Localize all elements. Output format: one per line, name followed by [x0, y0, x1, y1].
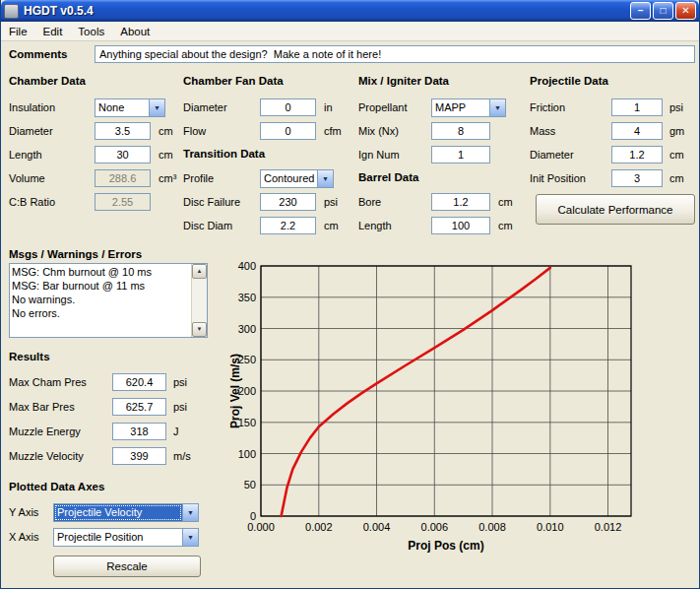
profile-value: Contoured — [261, 170, 317, 187]
ign-num-input[interactable] — [431, 146, 490, 164]
unit-label: cm — [498, 220, 513, 231]
svg-text:0.000: 0.000 — [247, 521, 275, 533]
svg-text:0.006: 0.006 — [421, 521, 449, 533]
comments-input[interactable] — [95, 45, 695, 63]
list-item[interactable]: No errors. — [12, 306, 191, 320]
x-axis-label: X Axis — [9, 531, 39, 543]
unit-label: J — [173, 425, 179, 437]
list-item[interactable]: MSG: Chm burnout @ 10 ms — [12, 265, 191, 279]
projectile-diameter-input[interactable] — [611, 146, 663, 164]
window-title: HGDT v0.5.4 — [24, 4, 628, 18]
chevron-down-icon[interactable]: ▼ — [149, 99, 164, 116]
barrel-data-header: Barrel Data — [358, 171, 418, 183]
unit-label: in — [324, 101, 333, 113]
unit-label: cm — [669, 149, 684, 161]
mix-igniter-data-header: Mix / Igniter Data — [358, 75, 449, 87]
svg-text:Proj Vel (m/s): Proj Vel (m/s) — [228, 354, 242, 428]
fan-diameter-input[interactable] — [260, 98, 316, 116]
disc-diam-label: Disc Diam — [183, 220, 232, 231]
unit-label: cm — [159, 125, 173, 137]
comments-label: Comments — [9, 48, 67, 60]
menu-about[interactable]: About — [112, 23, 158, 40]
muzzle-velocity-output — [112, 447, 166, 465]
cb-ratio-output — [95, 193, 151, 211]
svg-text:350: 350 — [238, 292, 256, 303]
disc-diam-input[interactable] — [260, 217, 316, 234]
x-axis-value: Projectile Position — [54, 529, 182, 546]
chamber-diameter-input[interactable] — [95, 122, 151, 140]
init-position-input[interactable] — [611, 169, 663, 187]
svg-text:0.010: 0.010 — [537, 521, 564, 533]
messages-list: MSG: Chm burnout @ 10 ms MSG: Bar burnou… — [10, 264, 191, 337]
fan-flow-input[interactable] — [260, 122, 316, 140]
transition-data-header: Transition Data — [183, 148, 265, 160]
unit-label: psi — [669, 101, 683, 113]
maximize-button[interactable]: □ — [653, 2, 673, 20]
chamber-volume-label: Volume — [9, 172, 45, 184]
app-icon — [4, 4, 19, 19]
close-button[interactable]: ✕ — [675, 2, 696, 20]
menu-bar: File Edit Tools About — [1, 22, 699, 41]
unit-label: psi — [173, 376, 187, 388]
menu-file[interactable]: File — [1, 23, 35, 40]
rescale-button[interactable]: Rescale — [53, 556, 201, 577]
minimize-button[interactable]: – — [630, 2, 651, 20]
y-axis-value: Projectile Velocity — [54, 504, 182, 521]
chamber-fan-data-header: Chamber Fan Data — [183, 75, 284, 87]
chevron-down-icon[interactable]: ▼ — [317, 170, 333, 187]
chamber-length-label: Length — [9, 149, 42, 161]
x-axis-combo[interactable]: Projectile Position ▼ — [53, 528, 199, 547]
svg-text:0.004: 0.004 — [363, 521, 391, 533]
chamber-diameter-label: Diameter — [9, 125, 53, 137]
fan-diameter-label: Diameter — [183, 101, 227, 113]
profile-combo[interactable]: Contoured ▼ — [260, 169, 334, 188]
chevron-down-icon[interactable]: ▼ — [182, 504, 198, 521]
calculate-performance-button[interactable]: Calculate Performance — [536, 194, 695, 225]
bore-input[interactable] — [431, 193, 490, 211]
insulation-value: None — [95, 99, 149, 116]
friction-input[interactable] — [611, 98, 663, 116]
insulation-label: Insulation — [9, 101, 55, 113]
app-window: HGDT v0.5.4 – □ ✕ File Edit Tools About … — [0, 0, 700, 589]
mix-nx-input[interactable] — [431, 122, 490, 140]
svg-text:400: 400 — [238, 260, 256, 272]
svg-text:Proj Pos (cm): Proj Pos (cm) — [408, 539, 483, 553]
projectile-data-header: Projectile Data — [530, 75, 608, 87]
listbox-scrollbar[interactable]: ▲ ▼ — [191, 264, 207, 337]
fan-flow-label: Flow — [183, 125, 206, 137]
bore-label: Bore — [358, 196, 381, 208]
menu-tools[interactable]: Tools — [70, 23, 112, 40]
profile-label: Profile — [183, 172, 214, 184]
list-item[interactable]: No warnings. — [12, 293, 191, 306]
unit-label: cm — [669, 172, 684, 184]
unit-label: psi — [324, 196, 338, 208]
title-bar[interactable]: HGDT v0.5.4 – □ ✕ — [1, 0, 699, 22]
chevron-down-icon[interactable]: ▼ — [182, 529, 198, 546]
plotted-axes-header: Plotted Data Axes — [9, 481, 104, 492]
barrel-length-input[interactable] — [431, 217, 490, 234]
chamber-length-input[interactable] — [95, 146, 151, 164]
list-item[interactable]: MSG: Bar burnout @ 11 ms — [12, 279, 191, 293]
chart-svg: 0.0000.0020.0040.0060.0080.0100.01205010… — [225, 254, 694, 581]
disc-failure-input[interactable] — [260, 193, 316, 211]
propellant-value: MAPP — [432, 99, 489, 116]
mass-input[interactable] — [611, 122, 663, 140]
insulation-combo[interactable]: None ▼ — [95, 98, 165, 117]
messages-listbox[interactable]: MSG: Chm burnout @ 10 ms MSG: Bar burnou… — [9, 263, 208, 338]
unit-label: cm³ — [159, 172, 176, 184]
unit-label: m/s — [173, 450, 191, 462]
menu-edit[interactable]: Edit — [35, 23, 71, 40]
y-axis-combo[interactable]: Projectile Velocity ▼ — [53, 503, 199, 522]
svg-text:0.012: 0.012 — [595, 521, 622, 533]
scroll-down-icon[interactable]: ▼ — [192, 322, 207, 337]
muzzle-energy-output — [112, 423, 166, 440]
svg-text:0: 0 — [250, 510, 256, 522]
propellant-combo[interactable]: MAPP ▼ — [431, 98, 506, 117]
chevron-down-icon[interactable]: ▼ — [489, 99, 505, 116]
max-cham-pres-label: Max Cham Pres — [9, 376, 87, 388]
svg-text:0.008: 0.008 — [478, 521, 506, 533]
max-bar-pres-output — [112, 398, 166, 416]
svg-text:0.002: 0.002 — [305, 521, 333, 533]
chamber-data-header: Chamber Data — [9, 75, 86, 87]
scroll-up-icon[interactable]: ▲ — [192, 264, 207, 279]
